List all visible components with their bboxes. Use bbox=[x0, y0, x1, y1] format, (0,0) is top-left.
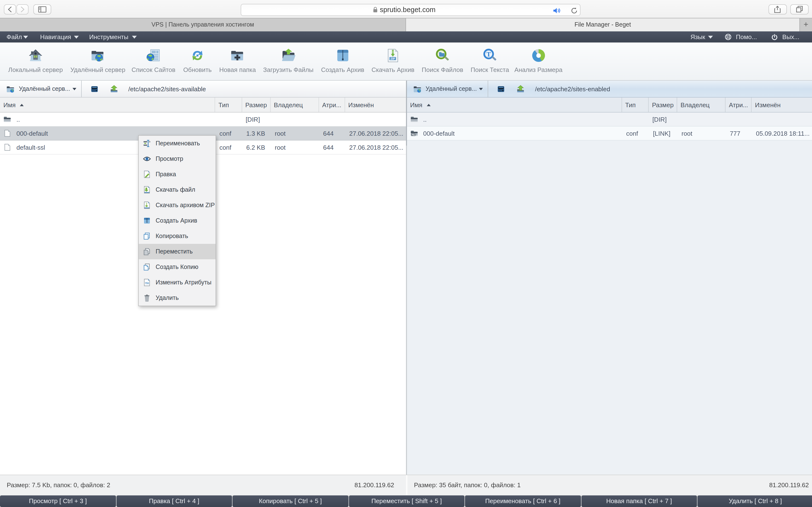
svg-text:T: T bbox=[487, 51, 491, 58]
svg-text:755: 755 bbox=[145, 282, 149, 285]
svg-text:ZIP: ZIP bbox=[391, 57, 395, 60]
